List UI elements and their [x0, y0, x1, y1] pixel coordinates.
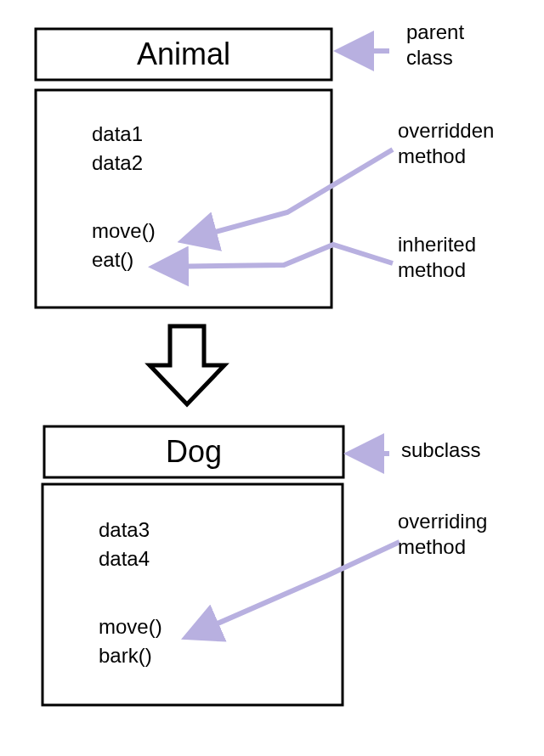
svg-rect-3 [42, 484, 343, 705]
child-class-title: Dog [166, 434, 222, 469]
annotation-inherited: inherited method [398, 233, 482, 281]
parent-method-eat: eat() [92, 248, 133, 271]
annotation-subclass: subclass [401, 438, 480, 461]
child-data-1: data3 [99, 518, 150, 541]
annotation-overriding: overriding method [398, 510, 493, 558]
inheritance-arrow-icon [150, 326, 224, 404]
parent-data-2: data2 [92, 151, 143, 174]
parent-method-move: move() [92, 219, 156, 242]
svg-rect-1 [36, 90, 332, 307]
inheritance-diagram: Animal data1 data2 move() eat() Dog data… [0, 0, 544, 756]
child-data-2: data4 [99, 547, 150, 570]
annotation-parent-class: parent class [406, 20, 470, 69]
child-class-box: Dog data3 data4 move() bark() [42, 426, 343, 705]
parent-data-1: data1 [92, 122, 143, 145]
child-method-bark: bark() [99, 644, 152, 667]
child-method-move: move() [99, 615, 162, 638]
annotation-overridden: overridden method [398, 119, 500, 167]
parent-class-title: Animal [137, 37, 230, 71]
